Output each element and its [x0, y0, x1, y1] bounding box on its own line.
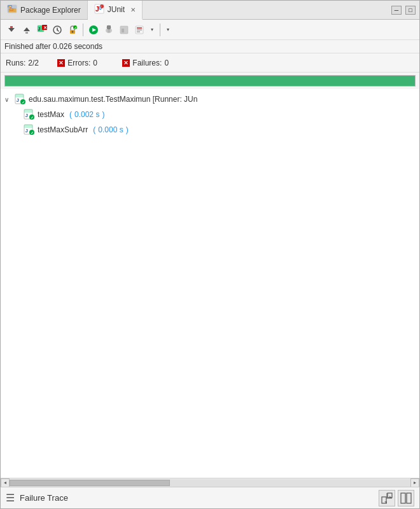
svg-text:J: J — [17, 97, 19, 103]
svg-marker-13 — [24, 27, 30, 31]
stop-button[interactable]: J ✕ — [35, 23, 49, 37]
svg-point-23 — [72, 31, 74, 32]
svg-text:✓: ✓ — [31, 116, 34, 120]
test-case-label-1: testMax — [38, 110, 64, 119]
package-explorer-icon: 🗂 — [7, 4, 17, 16]
errors-icon: ✕ — [57, 59, 65, 67]
test-time-1: ( — [69, 110, 72, 119]
svg-point-21 — [57, 29, 58, 31]
failures-only-button[interactable] — [132, 23, 146, 37]
svg-text:✓: ✓ — [74, 25, 77, 29]
lock-button[interactable]: ✓ — [66, 23, 80, 37]
svg-rect-37 — [137, 29, 142, 31]
progress-bar-container — [4, 75, 416, 87]
tab-package-explorer-label: Package Explorer — [20, 6, 81, 15]
tab-bar-spacer — [143, 1, 388, 19]
test-case-testmaxsubarr[interactable]: J ✓ testMaxSubArr (0.000 s) — [1, 122, 419, 137]
test-suite-icon: J ✓ — [15, 94, 26, 105]
toolbar-dropdown[interactable]: ▾ — [148, 23, 157, 37]
rerun-button[interactable] — [20, 23, 34, 37]
svg-rect-61 — [407, 493, 411, 503]
svg-rect-12 — [10, 26, 13, 28]
tab-bar: 🗂 Package Explorer J U ! JU — [1, 1, 419, 20]
footer: ☰ Failure Trace — [1, 487, 419, 508]
window-controls: ─ □ — [388, 1, 419, 19]
tab-junit-label: JUnit — [108, 5, 125, 14]
rerun-failed-button[interactable] — [4, 23, 18, 37]
test-tree[interactable]: ∨ J ✓ edu.sau.maximun.test.TestMaximun [… — [1, 89, 419, 478]
view-menu-dropdown[interactable]: ▾ — [164, 23, 172, 37]
maximize-button[interactable]: □ — [405, 6, 416, 15]
svg-line-31 — [110, 25, 111, 26]
stats-row: Runs: 2/2 ✕ Errors: 0 ✕ Failures: 0 — [1, 53, 419, 73]
svg-rect-60 — [401, 493, 405, 503]
tab-package-explorer[interactable]: 🗂 Package Explorer — [1, 1, 88, 19]
failure-trace-label: Failure Trace — [20, 493, 379, 503]
test-case-label-2: testMaxSubArr — [38, 125, 88, 134]
svg-line-30 — [107, 25, 108, 26]
suite-chevron[interactable]: ∨ — [4, 96, 12, 103]
svg-text:✓: ✓ — [31, 131, 34, 135]
scroll-track[interactable] — [10, 479, 410, 487]
junit-tab-icon: J U ! — [94, 4, 104, 16]
runs-label: Runs: — [6, 59, 25, 67]
failures-value: 0 — [164, 59, 183, 67]
scroll-thumb[interactable] — [10, 480, 170, 486]
errors-value: 0 — [93, 59, 112, 67]
svg-text:J: J — [25, 128, 28, 134]
status-message: Finished after 0.026 seconds — [1, 40, 419, 53]
layout-button[interactable] — [398, 490, 414, 506]
svg-rect-32 — [108, 29, 110, 32]
svg-text:J: J — [38, 27, 41, 31]
svg-rect-34 — [122, 29, 124, 32]
svg-text:✕: ✕ — [43, 25, 47, 30]
test-time-close-1: ) — [102, 110, 104, 119]
test-time-close-2: ) — [126, 125, 129, 134]
test-case-testmax[interactable]: J ✓ testMax (0.002 s) — [1, 107, 419, 122]
svg-text:J: J — [25, 113, 28, 118]
test-time-2: ( — [93, 125, 95, 134]
debug-button[interactable] — [102, 23, 116, 37]
svg-rect-38 — [137, 31, 140, 32]
footer-menu-icon[interactable]: ☰ — [6, 492, 15, 504]
main-window: 🗂 Package Explorer J U ! JU — [0, 0, 420, 509]
svg-rect-5 — [10, 6, 11, 7]
svg-text:✓: ✓ — [22, 101, 25, 104]
test-time-value-2: 0.000 s — [98, 125, 123, 134]
toolbar-separator-1 — [83, 24, 83, 36]
test-suite-row[interactable]: ∨ J ✓ edu.sau.maximun.test.TestMaximun [… — [1, 92, 419, 107]
runs-value: 2/2 — [28, 59, 47, 67]
coverage-button[interactable] — [117, 23, 131, 37]
failures-stat: ✕ Failures: 0 — [122, 59, 183, 67]
run-button[interactable] — [87, 23, 101, 37]
test-case-icon-1: J ✓ — [24, 109, 35, 120]
test-case-icon-2: J ✓ — [24, 124, 35, 136]
expand-footer-button[interactable] — [379, 490, 395, 506]
scroll-right-button[interactable]: ▸ — [410, 478, 419, 487]
test-time-value-1: 0.002 s — [74, 110, 99, 119]
svg-marker-11 — [8, 28, 15, 32]
svg-rect-14 — [25, 32, 28, 34]
toolbar: J ✕ ✓ — [1, 20, 419, 40]
progress-bar — [5, 76, 415, 86]
errors-stat: ✕ Errors: 0 — [57, 59, 112, 67]
scroll-left-button[interactable]: ◂ — [1, 478, 10, 487]
test-suite-label: edu.sau.maximun.test.TestMaximun [Runner… — [29, 95, 197, 104]
svg-rect-36 — [137, 27, 142, 29]
minimize-button[interactable]: ─ — [391, 6, 402, 15]
failures-label: Failures: — [132, 59, 162, 67]
toolbar-separator-2 — [160, 24, 160, 36]
runs-stat: Runs: 2/2 — [6, 59, 47, 67]
errors-label: Errors: — [67, 59, 90, 67]
svg-rect-4 — [8, 8, 16, 12]
horizontal-scrollbar[interactable]: ◂ ▸ — [1, 478, 419, 487]
tab-junit-close[interactable]: ✕ — [130, 6, 136, 13]
tab-junit[interactable]: J U ! JUnit ✕ — [88, 1, 143, 20]
footer-actions — [379, 490, 414, 506]
history-button[interactable] — [50, 23, 64, 37]
failures-icon: ✕ — [122, 59, 130, 67]
